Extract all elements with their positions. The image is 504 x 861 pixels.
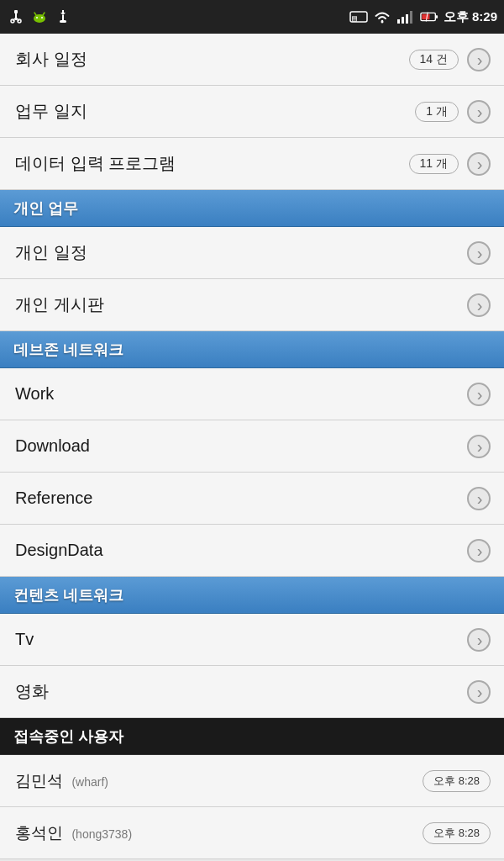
item-label-download: Download [15,436,90,456]
chevron-work-log [467,100,491,124]
signal-icon [396,8,415,26]
item-right-work [467,383,491,406]
main-list: 회사 일정 14 건 업무 일지 1 개 데이터 입력 프로그램 11 개 개인… [0,34,504,859]
user-sub-1: (hong3738) [71,827,132,841]
item-label-personal-board: 개인 게시판 [15,293,104,316]
item-right-download [467,435,491,458]
section-header-personal-work: 개인 업무 [0,190,504,227]
list-item-data-input[interactable]: 데이터 입력 프로그램 11 개 [0,138,504,190]
wifi-icon [373,8,391,26]
chevron-work [467,383,491,406]
status-time: 오후 8:29 [444,9,497,25]
chevron-data-input [467,152,491,176]
svg-rect-0 [14,10,18,13]
list-item-movie[interactable]: 영화 [0,666,504,718]
item-right-personal-board [467,293,491,317]
section-header-connected-users: 접속중인 사용자 [0,718,504,755]
item-right-movie [467,680,491,704]
badge-work-log: 1 개 [415,102,459,122]
item-right-tv [467,628,491,652]
item-right-company-schedule: 14 건 [409,48,491,71]
svg-rect-18 [406,14,408,24]
item-label-data-input: 데이터 입력 프로그램 [15,152,176,175]
badge-company-schedule: 14 건 [409,50,459,70]
section-header-devzone: 데브존 네트워크 [0,331,504,368]
chevron-tv [467,628,491,652]
list-item-reference[interactable]: Reference [0,473,504,525]
chevron-reference [467,487,491,510]
svg-point-6 [34,14,45,23]
item-label-work-log: 업무 일지 [15,100,87,123]
chevron-company-schedule [467,48,491,71]
item-label-work: Work [15,384,54,404]
item-label-tv: Tv [15,630,34,649]
user-item-0[interactable]: 김민석 (wharf) 오후 8:28 [0,755,504,807]
status-right-icons: ▤ [349,8,497,26]
item-right-data-input: 11 개 [409,152,491,176]
list-item-download[interactable]: Download [0,420,504,473]
item-right-work-log: 1 개 [415,100,491,124]
user-time-0: 오후 8:28 [423,770,491,792]
svg-point-15 [381,21,383,24]
battery-icon [420,8,438,26]
list-item-work-log[interactable]: 업무 일지 1 개 [0,86,504,138]
user-name-1: 홍석인 [15,824,63,842]
list-item-work[interactable]: Work [0,368,504,420]
section-header-contents: 컨텐츠 네트워크 [0,577,504,614]
svg-point-8 [41,17,43,18]
svg-rect-22 [422,14,429,19]
item-label-reference: Reference [15,489,92,508]
svg-line-10 [43,13,45,15]
svg-point-7 [36,17,38,18]
svg-line-9 [34,13,36,15]
section-header-personal-work-label: 개인 업무 [13,198,78,219]
android-icon [30,8,49,26]
svg-text:▤: ▤ [352,13,357,23]
usb-icon [7,8,25,26]
usb2-icon [54,8,72,26]
chevron-designdata [467,539,491,563]
user-name-container-0: 김민석 (wharf) [15,770,108,792]
item-right-personal-schedule [467,241,491,265]
user-name-container-1: 홍석인 (hong3738) [15,822,132,844]
svg-rect-19 [410,11,412,24]
status-left-icons [7,8,72,26]
user-name-0: 김민석 [15,772,63,790]
svg-rect-11 [62,15,64,20]
section-header-contents-label: 컨텐츠 네트워크 [13,585,123,605]
svg-rect-1 [15,13,17,20]
svg-rect-12 [60,20,66,23]
svg-rect-17 [402,17,404,24]
list-item-tv[interactable]: Tv [0,614,504,666]
list-item-personal-schedule[interactable]: 개인 일정 [0,227,504,279]
item-label-designdata: DesignData [15,541,103,560]
user-time-1: 오후 8:28 [423,822,491,844]
svg-rect-16 [397,19,400,24]
section-header-devzone-label: 데브존 네트워크 [13,340,123,360]
item-right-reference [467,487,491,510]
item-label-movie: 영화 [15,680,49,703]
chevron-personal-board [467,293,491,317]
key-icon: ▤ [349,8,368,26]
badge-data-input: 11 개 [409,154,459,174]
user-item-1[interactable]: 홍석인 (hong3738) 오후 8:28 [0,807,504,859]
section-header-connected-users-label: 접속중인 사용자 [13,726,123,747]
chevron-movie [467,680,491,704]
chevron-download [467,435,491,458]
list-item-personal-board[interactable]: 개인 게시판 [0,279,504,331]
item-label-personal-schedule: 개인 일정 [15,241,87,264]
svg-rect-21 [435,15,438,18]
chevron-personal-schedule [467,241,491,265]
status-bar: ▤ [0,0,504,34]
item-label-company-schedule: 회사 일정 [15,48,87,71]
list-item-designdata[interactable]: DesignData [0,525,504,577]
item-right-designdata [467,539,491,563]
user-sub-0: (wharf) [71,775,108,789]
list-item-company-schedule[interactable]: 회사 일정 14 건 [0,34,504,86]
